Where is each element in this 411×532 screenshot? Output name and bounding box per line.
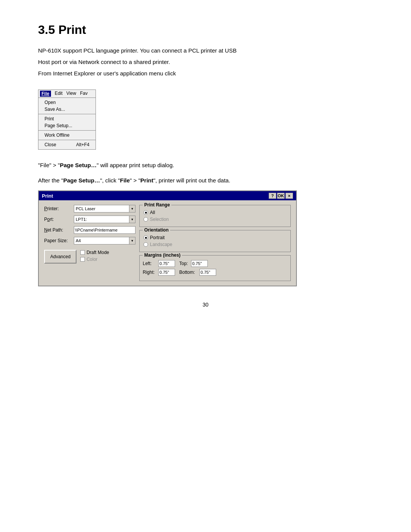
menu-dropdown: Open Save As... Print Page Setup... Work… [38, 98, 96, 149]
desc-2-bold2: File [120, 177, 130, 184]
all-label: All [150, 210, 155, 215]
landscape-radio[interactable] [143, 242, 148, 247]
bottom-input[interactable]: 0.75" [199, 269, 216, 276]
bottom-label: Bottom: [179, 270, 198, 275]
menu-file: File [40, 91, 51, 97]
all-radio-row: All [143, 210, 287, 215]
menu-close: Close Alt+F4 [38, 141, 96, 148]
desc-1-suffix: " will appear print setup dialog. [97, 162, 174, 168]
net-path-row: Net Path: \\PCname\Printername [44, 226, 135, 234]
port-select-box[interactable]: LPT1: ▼ [74, 216, 135, 223]
selection-radio[interactable] [143, 217, 148, 222]
left-input[interactable]: 0.75" [158, 260, 175, 267]
desc-text-2: After the "Page Setup…", click "File" > … [38, 176, 373, 185]
menu-close-label: Close [45, 142, 56, 147]
port-select[interactable]: LPT1: ▼ [74, 216, 135, 223]
printer-value: PCL Laser [75, 206, 96, 211]
help-button[interactable]: ? [269, 193, 276, 199]
menu-print: Print [38, 115, 96, 122]
menu-bar: File Edit View Fav [38, 90, 96, 98]
menu-view: View [66, 91, 76, 97]
menu-edit: Edit [55, 91, 63, 97]
body-text-1: NP-610X support PCL language printer. Yo… [38, 46, 373, 55]
color-label: Color [86, 257, 97, 262]
portrait-radio[interactable] [143, 235, 148, 240]
landscape-label: Landscape [150, 242, 172, 247]
body-text-2: Host port or via Network connect to a sh… [38, 58, 373, 67]
color-row: Color [80, 257, 109, 262]
bottom-section: Advanced Draft Mode Color [44, 248, 135, 264]
right-value: 0.75" [159, 270, 169, 275]
margins-label: Margins (inches) [143, 252, 182, 258]
print-range-label: Print Range [143, 202, 171, 208]
body-text-3: From Internet Explorer or user's applica… [38, 69, 373, 78]
right-bottom-row: Right: 0.75" Bottom: 0.75" [143, 269, 287, 276]
all-radio[interactable] [143, 210, 148, 215]
print-dialog: Print ? OK × Printer: PCL Laser ▼ P [38, 190, 297, 286]
port-row: Port: LPT1: ▼ [44, 216, 135, 223]
port-label: Port: [44, 217, 72, 222]
desc-text-1: "File" > "Page Setup…" will appear print… [38, 160, 373, 170]
paper-size-arrow: ▼ [129, 237, 135, 244]
desc-2-bold1: Page Setup… [63, 177, 100, 184]
dialog-body: Printer: PCL Laser ▼ Port: LPT1: ▼ [39, 200, 296, 286]
page-number: 30 [38, 302, 373, 308]
middle-column: Print Range All Selection Orientation [139, 205, 291, 281]
draft-mode-label: Draft Mode [86, 250, 109, 255]
desc-2-suffix: ", printer will print out the data. [153, 177, 230, 184]
dialog-titlebar: Print ? OK × [39, 191, 296, 200]
printer-label: Printer: [44, 206, 72, 211]
desc-2-bold3: Print [140, 177, 153, 184]
color-checkbox[interactable] [80, 257, 85, 262]
desc-1-bold: Page Setup… [60, 162, 97, 168]
advanced-button[interactable]: Advanced [44, 250, 76, 264]
port-value: LPT1: [75, 217, 87, 222]
landscape-radio-row: Landscape [143, 242, 287, 247]
paper-size-row: Paper Size: A4 ▼ [44, 237, 135, 244]
paper-size-value: A4 [75, 238, 81, 243]
printer-select[interactable]: PCL Laser ▼ [74, 205, 135, 212]
left-top-row: Left: 0.75" Top: 0.75" [143, 260, 287, 267]
port-arrow: ▼ [129, 216, 135, 223]
paper-size-select-box[interactable]: A4 ▼ [74, 237, 135, 244]
desc-1-prefix: "File" > " [38, 162, 60, 168]
bottom-value: 0.75" [201, 270, 210, 275]
printer-select-box[interactable]: PCL Laser ▼ [74, 205, 135, 212]
ok-button[interactable]: OK [277, 193, 285, 199]
right-input[interactable]: 0.75" [158, 269, 175, 276]
top-value: 0.75" [192, 261, 202, 266]
printer-arrow: ▼ [129, 205, 135, 212]
portrait-label: Portrait [150, 235, 165, 240]
paper-size-select[interactable]: A4 ▼ [74, 237, 135, 244]
page-title: 3.5 Print [38, 23, 373, 37]
title-buttons: ? OK × [269, 193, 293, 199]
print-range-group: Print Range All Selection [139, 205, 291, 227]
left-value: 0.75" [159, 261, 169, 266]
portrait-radio-row: Portrait [143, 235, 287, 240]
menu-sep-1 [38, 114, 96, 114]
right-label: Right: [143, 270, 157, 275]
menu-sep-2 [38, 130, 96, 131]
net-path-label: Net Path: [44, 227, 72, 233]
close-button[interactable]: × [285, 193, 293, 199]
top-label: Top: [179, 261, 190, 266]
desc-2-mid1: ", click " [100, 177, 120, 184]
desc-2-prefix: After the " [38, 177, 63, 184]
draft-mode-checkbox[interactable] [80, 250, 85, 255]
orientation-label: Orientation [143, 227, 170, 233]
printer-row: Printer: PCL Laser ▼ [44, 205, 135, 212]
menu-close-shortcut: Alt+F4 [76, 142, 89, 147]
menu-save-as: Save As... [38, 106, 96, 113]
desc-2-mid2: " > " [130, 177, 140, 184]
draft-mode-row: Draft Mode [80, 250, 109, 255]
menu-page-setup: Page Setup... [38, 122, 96, 129]
net-path-value: \\PCname\Printername [75, 228, 118, 232]
menu-sep-3 [38, 140, 96, 140]
top-input[interactable]: 0.75" [191, 260, 208, 267]
left-column: Printer: PCL Laser ▼ Port: LPT1: ▼ [44, 205, 135, 281]
menu-open: Open [38, 99, 96, 106]
menu-fav: Fav [80, 91, 88, 97]
net-path-input[interactable]: \\PCname\Printername [74, 226, 135, 234]
checkboxes-area: Draft Mode Color [80, 250, 109, 264]
selection-label: Selection [150, 217, 169, 222]
